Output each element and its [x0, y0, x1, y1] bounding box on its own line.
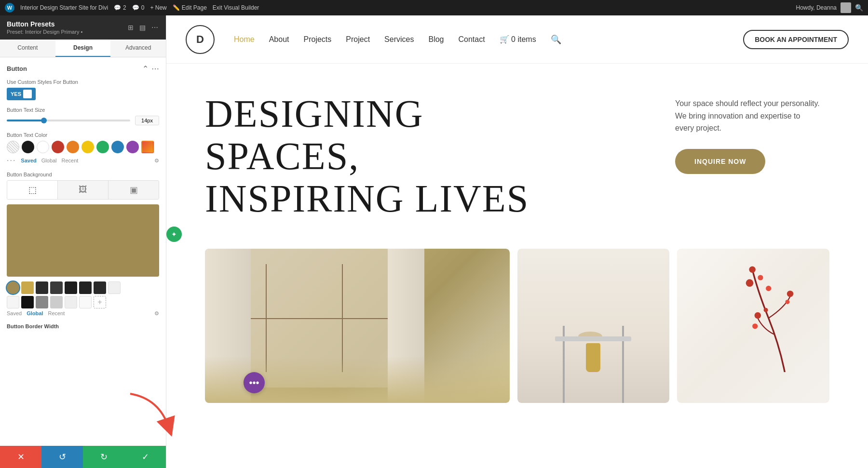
save-button[interactable]: ✓	[124, 446, 166, 468]
palette-tab-saved[interactable]: Saved	[7, 310, 22, 317]
svg-point-8	[764, 308, 768, 312]
section-collapse-icon[interactable]: ⌃	[142, 64, 149, 73]
section-more-icon[interactable]: ⋯	[151, 64, 159, 73]
slider-fill	[7, 120, 44, 121]
nav-search-icon[interactable]: 🔍	[551, 34, 561, 45]
panel-more-icon[interactable]: ⋯	[150, 23, 159, 32]
panel-content: Button ⌃ ⋯ Use Custom Styles For Button …	[0, 57, 166, 468]
admin-chat[interactable]: 💬 0	[132, 4, 145, 11]
background-color-preview[interactable]	[7, 204, 159, 277]
panel-header-icons: ⊞ ▤ ⋯	[127, 23, 159, 32]
text-size-slider[interactable]	[7, 120, 130, 121]
palette-tab-global[interactable]: Global	[27, 310, 43, 317]
swatch-white[interactable]	[37, 141, 49, 153]
bg-tab-gradient[interactable]: 🖼	[58, 181, 108, 199]
swatch-green[interactable]	[96, 141, 109, 153]
tab-advanced[interactable]: Advanced	[110, 40, 166, 57]
palette-tabs-row: Saved Global Recent ⚙	[7, 310, 159, 317]
nav-about[interactable]: About	[269, 35, 289, 44]
swatch-orange[interactable]	[67, 141, 79, 153]
palette-dark5[interactable]	[94, 281, 106, 294]
admin-edit-page[interactable]: ✏️ Edit Page	[173, 4, 207, 11]
color-swatches	[7, 141, 159, 153]
svg-point-3	[766, 286, 771, 291]
color-tab-recent[interactable]: Recent	[62, 158, 79, 163]
nav-cart[interactable]: 🛒 0 items	[500, 35, 536, 44]
nav-projects[interactable]: Projects	[304, 35, 332, 44]
wp-logo-icon[interactable]: W	[5, 3, 14, 13]
swatch-purple[interactable]	[126, 141, 139, 153]
palette-dark3[interactable]	[65, 281, 77, 294]
admin-site-name[interactable]: Interior Design Starter Site for Divi	[20, 4, 108, 11]
text-size-input[interactable]	[135, 116, 159, 125]
color-tab-saved[interactable]: Saved	[21, 158, 36, 163]
floating-dots-button[interactable]: •••	[244, 372, 265, 393]
nav-project[interactable]: Project	[346, 35, 370, 44]
text-size-slider-row	[7, 116, 159, 125]
palette-tab-recent[interactable]: Recent	[48, 310, 65, 317]
svg-point-6	[755, 312, 761, 319]
palette-dark4[interactable]	[79, 281, 92, 294]
toggle-yes-button[interactable]: YES	[7, 88, 36, 100]
admin-user: Howdy, Deanna 🔍	[796, 2, 864, 13]
color-settings-icon[interactable]: ⚙	[154, 158, 159, 164]
color-tab-global[interactable]: Global	[41, 158, 57, 163]
bg-tab-image[interactable]: ▣	[108, 181, 159, 199]
palette-gray[interactable]	[36, 296, 48, 308]
more-dots-icon[interactable]: ···	[7, 156, 16, 165]
button-section-header: Button ⌃ ⋯	[7, 64, 159, 73]
tab-content[interactable]: Content	[0, 40, 55, 57]
swatch-black[interactable]	[22, 141, 34, 153]
palette-dark2[interactable]	[50, 281, 63, 294]
button-section-title: Button	[7, 65, 27, 72]
inquire-now-button[interactable]: INQUIRE NOW	[675, 149, 765, 174]
book-appointment-button[interactable]: BOOK AN APPOINTMENT	[743, 30, 849, 49]
bg-tab-color[interactable]: ⬚	[7, 181, 58, 199]
panel-layout-icon[interactable]: ▤	[138, 23, 147, 32]
admin-new[interactable]: + New	[150, 4, 166, 11]
site-logo[interactable]: D	[186, 25, 215, 54]
admin-exit-builder[interactable]: Exit Visual Builder	[213, 4, 259, 11]
add-swatch-btn[interactable]: +	[94, 296, 106, 308]
panel-copy-icon[interactable]: ⊞	[127, 23, 135, 32]
swatch-red[interactable]	[52, 141, 64, 153]
admin-search-icon[interactable]: 🔍	[855, 4, 863, 12]
palette-black[interactable]	[21, 296, 34, 308]
swatch-yellow[interactable]	[81, 141, 94, 153]
swatch-pen[interactable]	[141, 141, 154, 153]
hero-left: DESIGNING SPACES, INSPIRING LIVES	[205, 93, 675, 220]
nav-blog[interactable]: Blog	[428, 35, 444, 44]
nav-contact[interactable]: Contact	[458, 35, 485, 44]
palette-light-gray[interactable]	[108, 281, 121, 294]
tab-design[interactable]: Design	[55, 40, 111, 57]
swatch-blue[interactable]	[111, 141, 124, 153]
palette-gold-active[interactable]	[7, 281, 19, 294]
palette-dark1[interactable]	[36, 281, 48, 294]
svg-point-7	[752, 323, 758, 329]
toggle-switch: YES	[7, 88, 159, 100]
palette-lighter[interactable]	[65, 296, 77, 308]
left-panel: Button Presets Preset: Interior Design P…	[0, 15, 166, 468]
undo-button[interactable]: ↺	[41, 446, 83, 468]
nav-home[interactable]: Home	[234, 35, 255, 44]
palette-lightest[interactable]	[79, 296, 92, 308]
redo-button[interactable]: ↻	[83, 446, 124, 468]
divi-side-button[interactable]: ✦	[166, 227, 182, 242]
site-nav: Home About Projects Project Services Blo…	[234, 34, 743, 45]
hero-section: DESIGNING SPACES, INSPIRING LIVES Your s…	[166, 64, 868, 239]
palette-settings-icon[interactable]: ⚙	[154, 310, 159, 317]
slider-thumb[interactable]	[41, 118, 47, 123]
admin-comments[interactable]: 💬 2	[114, 4, 126, 11]
gallery-image-third	[677, 249, 829, 403]
palette-row-1	[7, 281, 159, 294]
svg-point-5	[785, 300, 789, 304]
palette-white[interactable]	[7, 296, 19, 308]
background-type-tabs: ⬚ 🖼 ▣	[7, 180, 159, 200]
custom-styles-group: Use Custom Styles For Button YES	[7, 79, 159, 100]
palette-light-gold[interactable]	[21, 281, 34, 294]
nav-services[interactable]: Services	[384, 35, 414, 44]
panel-subtitle: Preset: Interior Design Primary •	[7, 29, 82, 35]
cancel-button[interactable]: ✕	[0, 446, 41, 468]
swatch-transparent[interactable]	[7, 141, 19, 153]
palette-light-gray2[interactable]	[50, 296, 63, 308]
